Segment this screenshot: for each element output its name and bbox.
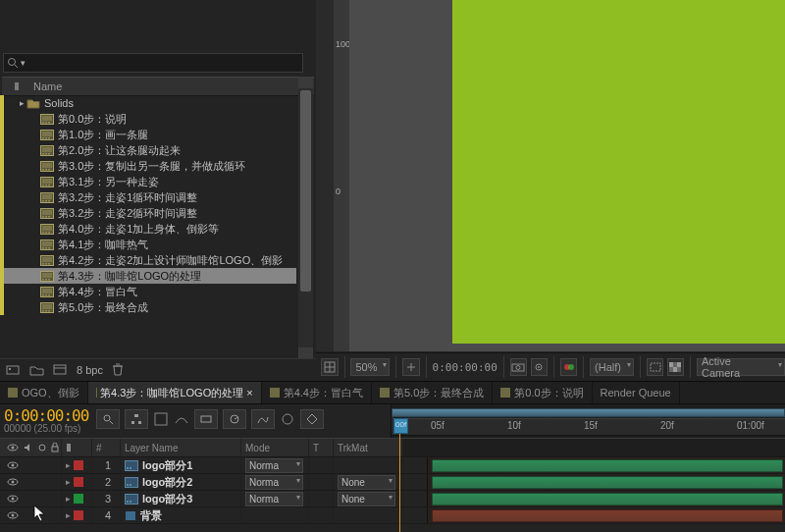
- shy-icon[interactable]: [174, 411, 189, 427]
- project-item[interactable]: ▸Solids: [0, 95, 296, 111]
- layer-track-area[interactable]: [428, 507, 785, 523]
- project-item[interactable]: 第3.1步：另一种走姿: [0, 174, 296, 189]
- blend-mode-dropdown[interactable]: Norma: [245, 458, 303, 473]
- project-item[interactable]: 第3.2步：走姿2循环时间调整: [0, 205, 296, 221]
- channel-icon[interactable]: [560, 358, 577, 376]
- layer-name[interactable]: logo部分2: [121, 474, 241, 490]
- viewer-timecode[interactable]: 0:00:00:00: [433, 361, 497, 374]
- layer-label-color[interactable]: [74, 477, 83, 487]
- project-item[interactable]: 第4.4步：冒白气: [0, 284, 296, 299]
- blend-mode-dropdown[interactable]: Norma: [245, 475, 303, 490]
- search-layers-button[interactable]: [96, 409, 120, 429]
- layer-duration-bar[interactable]: [432, 476, 783, 489]
- project-item[interactable]: 第4.2步：走姿2加上设计师咖啡馆LOGO、倒影: [0, 252, 296, 268]
- timeline-layer[interactable]: ▸1logo部分1Norma: [0, 457, 785, 474]
- project-scrollbar[interactable]: [298, 77, 313, 359]
- brainstorm-icon[interactable]: [280, 411, 295, 427]
- grid-toggle-icon[interactable]: [321, 358, 338, 376]
- twirl-icon[interactable]: ▸: [66, 494, 71, 504]
- layer-name[interactable]: logo部分1: [121, 457, 241, 473]
- composition-tab[interactable]: 第5.0步：最终合成: [372, 382, 493, 403]
- track-matte-dropdown[interactable]: None: [338, 475, 395, 490]
- layer-label-color[interactable]: [74, 510, 83, 520]
- comp-mini-flowchart-button[interactable]: [125, 409, 148, 429]
- time-ruler[interactable]: 05f10f15f20f01:00f: [392, 418, 785, 436]
- t-column[interactable]: T: [309, 439, 334, 456]
- layer-duration-bar[interactable]: [432, 509, 783, 522]
- project-item[interactable]: 第4.0步：走姿1加上身体、倒影等: [0, 221, 296, 237]
- camera-dropdown[interactable]: Active Camera: [697, 358, 785, 376]
- solo-column-icon[interactable]: [38, 443, 46, 452]
- composition-canvas[interactable]: [452, 0, 785, 344]
- scroll-up-icon[interactable]: [298, 77, 313, 88]
- video-column-icon[interactable]: [7, 443, 19, 452]
- composition-tab[interactable]: OGO、倒影: [0, 382, 88, 403]
- new-folder-icon[interactable]: [29, 363, 45, 377]
- blend-mode-dropdown[interactable]: Norma: [245, 492, 303, 506]
- resolution-dropdown[interactable]: (Half): [590, 358, 634, 376]
- track-matte-dropdown[interactable]: None: [338, 492, 395, 506]
- project-item[interactable]: 第1.0步：画一条腿: [0, 127, 296, 142]
- visibility-toggle-icon[interactable]: [7, 510, 19, 520]
- snapshot-icon[interactable]: [510, 358, 527, 376]
- show-snapshot-icon[interactable]: [531, 358, 548, 376]
- composition-tab[interactable]: 第4.4步：冒白气: [262, 382, 372, 403]
- layer-name[interactable]: 背景: [121, 507, 241, 523]
- draft-3d-icon[interactable]: [153, 411, 169, 427]
- render-queue-tab[interactable]: Render Queue: [593, 382, 680, 403]
- mode-column[interactable]: Mode: [241, 439, 309, 456]
- interpret-footage-icon[interactable]: [6, 363, 22, 377]
- layer-duration-bar[interactable]: [432, 493, 783, 505]
- new-comp-icon[interactable]: [53, 363, 69, 377]
- number-column[interactable]: #: [92, 439, 121, 456]
- frame-blend-button[interactable]: [194, 409, 218, 429]
- project-item[interactable]: 第5.0步：最终合成: [0, 299, 296, 315]
- viewer-zoom-dropdown[interactable]: 50%: [350, 358, 390, 376]
- lock-column-icon[interactable]: [51, 443, 59, 452]
- transparency-grid-icon[interactable]: [667, 358, 684, 376]
- twirl-icon[interactable]: ▸: [66, 477, 71, 487]
- twirl-icon[interactable]: ▸: [66, 460, 71, 470]
- time-ruler-area[interactable]: 05f10f15f20f01:00f 00f: [392, 404, 785, 438]
- search-dropdown-icon[interactable]: ▾: [21, 58, 26, 68]
- visibility-toggle-icon[interactable]: [7, 460, 19, 470]
- project-item[interactable]: 第2.0步：让这条腿动起来: [0, 142, 296, 158]
- project-item[interactable]: 第4.3步：咖啡馆LOGO的处理: [0, 268, 296, 284]
- work-area-bar[interactable]: [392, 408, 785, 417]
- project-bpc[interactable]: 8 bpc: [77, 364, 103, 376]
- layer-track-area[interactable]: [428, 474, 785, 490]
- trkmat-column[interactable]: TrkMat: [334, 439, 403, 456]
- audio-column-icon[interactable]: [24, 443, 33, 452]
- visibility-toggle-icon[interactable]: [7, 477, 19, 487]
- layer-duration-bar[interactable]: [432, 459, 783, 472]
- playhead[interactable]: 00f: [399, 418, 400, 532]
- viewer-toggle-1[interactable]: [402, 358, 419, 376]
- layer-label-color[interactable]: [74, 494, 83, 504]
- timeline-layer[interactable]: ▸2logo部分2NormaNone: [0, 474, 785, 491]
- timeline-layer[interactable]: ▸4背景: [0, 507, 785, 524]
- project-header[interactable]: Name: [2, 77, 314, 96]
- layer-label-color[interactable]: [74, 460, 83, 470]
- project-item[interactable]: 第0.0步：说明: [0, 111, 296, 127]
- graph-editor-button[interactable]: [251, 409, 275, 429]
- project-item[interactable]: 第3.0步：复制出另一条腿，并做成循环: [0, 158, 296, 174]
- composition-tab[interactable]: 第0.0步：说明: [493, 382, 592, 403]
- trash-icon[interactable]: [111, 363, 125, 377]
- timeline-layer[interactable]: ▸3logo部分3NormaNone: [0, 491, 785, 507]
- twirl-icon[interactable]: ▸: [18, 95, 26, 111]
- auto-keyframe-button[interactable]: [300, 409, 324, 429]
- project-item[interactable]: 第3.2步：走姿1循环时间调整: [0, 189, 296, 205]
- layer-track-area[interactable]: [428, 457, 785, 473]
- twirl-icon[interactable]: ▸: [66, 510, 71, 520]
- composition-tab[interactable]: 第4.3步：咖啡馆LOGO的处理 ×: [88, 382, 262, 403]
- layer-name[interactable]: logo部分3: [121, 491, 241, 506]
- layer-track-area[interactable]: [428, 491, 785, 506]
- viewer-canvas-area[interactable]: [349, 0, 785, 351]
- roi-icon[interactable]: [647, 358, 663, 376]
- visibility-toggle-icon[interactable]: [7, 494, 19, 504]
- playhead-indicator[interactable]: 00f: [393, 418, 408, 434]
- layer-name-column[interactable]: Layer Name: [121, 439, 241, 456]
- scroll-thumb[interactable]: [300, 90, 311, 292]
- motion-blur-button[interactable]: [223, 409, 246, 429]
- project-search[interactable]: ▾: [3, 53, 303, 73]
